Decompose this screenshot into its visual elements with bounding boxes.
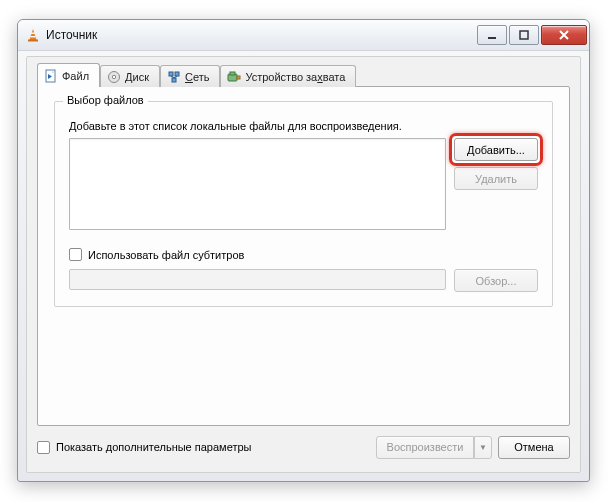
tab-network[interactable]: Сеть xyxy=(160,65,220,87)
group-legend: Выбор файлов xyxy=(63,94,148,106)
tab-capture[interactable]: Устройство захвата xyxy=(220,65,356,87)
tab-label: Файл xyxy=(62,70,89,82)
maximize-button[interactable] xyxy=(509,25,539,45)
tab-disc[interactable]: Диск xyxy=(100,65,160,87)
tab-label: Сеть xyxy=(185,71,209,83)
svg-rect-12 xyxy=(175,72,179,76)
vlc-cone-icon xyxy=(26,28,40,42)
subtitles-path-input xyxy=(69,269,446,290)
remove-button[interactable]: Удалить xyxy=(454,167,538,190)
minimize-button[interactable] xyxy=(477,25,507,45)
file-list[interactable] xyxy=(69,138,446,230)
svg-rect-13 xyxy=(172,78,176,82)
svg-marker-0 xyxy=(30,29,37,40)
svg-point-10 xyxy=(112,75,115,78)
svg-rect-5 xyxy=(520,31,528,39)
subtitles-browse-button[interactable]: Обзор... xyxy=(454,269,538,292)
svg-rect-1 xyxy=(28,40,38,42)
play-dropdown-arrow[interactable]: ▼ xyxy=(474,436,492,459)
play-button[interactable]: Воспроизвести xyxy=(376,436,474,459)
svg-rect-4 xyxy=(488,37,496,39)
svg-rect-2 xyxy=(31,33,34,34)
subtitles-checkbox[interactable] xyxy=(69,248,82,261)
tab-panel-file: Выбор файлов Добавьте в этот список лока… xyxy=(37,86,570,426)
svg-rect-11 xyxy=(169,72,173,76)
play-split-button[interactable]: Воспроизвести ▼ xyxy=(376,436,492,459)
network-icon xyxy=(167,70,181,84)
capture-icon xyxy=(227,70,241,84)
extra-options-checkbox[interactable] xyxy=(37,441,50,454)
window-controls xyxy=(475,25,589,45)
subtitles-checkbox-label: Использовать файл субтитров xyxy=(88,249,244,261)
tab-label: Диск xyxy=(125,71,149,83)
titlebar[interactable]: Источник xyxy=(18,20,589,51)
file-hint: Добавьте в этот список локальные файлы д… xyxy=(69,120,538,132)
svg-rect-15 xyxy=(230,72,235,75)
subtitles-checkbox-row[interactable]: Использовать файл субтитров xyxy=(69,248,538,261)
tab-file[interactable]: Файл xyxy=(37,63,100,87)
svg-rect-16 xyxy=(237,76,240,79)
client-area: Файл Диск Сеть Устройство захвата xyxy=(26,56,581,473)
svg-rect-3 xyxy=(31,36,36,37)
tab-label: Устройство захвата xyxy=(245,71,345,83)
extra-options-label: Показать дополнительные параметры xyxy=(56,441,251,453)
cancel-button[interactable]: Отмена xyxy=(498,436,570,459)
disc-icon xyxy=(107,70,121,84)
add-button[interactable]: Добавить... xyxy=(454,138,538,161)
close-button[interactable] xyxy=(541,25,587,45)
group-file-selection: Выбор файлов Добавьте в этот список лока… xyxy=(54,101,553,307)
tab-bar: Файл Диск Сеть Устройство захвата xyxy=(37,63,356,87)
dialog-window: Источник Файл xyxy=(17,19,590,482)
footer: Показать дополнительные параметры Воспро… xyxy=(37,432,570,462)
window-title: Источник xyxy=(46,28,97,42)
file-icon xyxy=(44,69,58,83)
